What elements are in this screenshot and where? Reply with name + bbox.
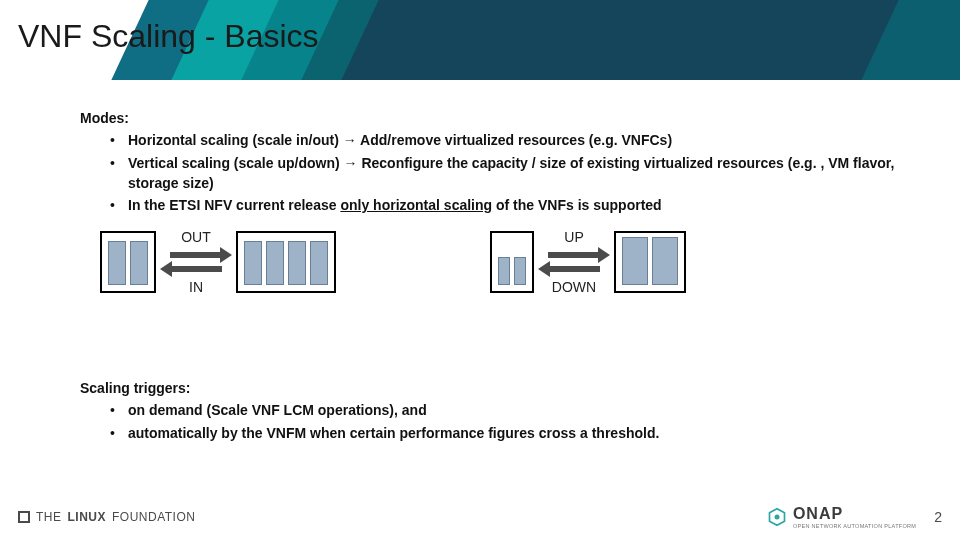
hexagon-icon	[767, 507, 787, 527]
page-title: VNF Scaling - Basics	[18, 18, 319, 55]
vnf-box-before	[490, 231, 534, 293]
in-label: IN	[189, 280, 203, 294]
page-number: 2	[934, 509, 942, 525]
linux-foundation-logo: THE LINUX FOUNDATION	[18, 510, 195, 524]
vnf-box-after	[614, 231, 686, 293]
triggers-section: Scaling triggers: on demand (Scale VNF L…	[80, 378, 920, 445]
vnfc-bar	[652, 237, 678, 285]
list-item: on demand (Scale VNF LCM operations), an…	[110, 400, 920, 420]
mode-underline: only horizontal scaling	[340, 197, 492, 213]
arrow-column: UP DOWN	[542, 230, 606, 294]
vnfc-bar	[108, 241, 126, 285]
mode-name: Horizontal scaling (scale in/out)	[128, 132, 343, 148]
arrow-column: OUT IN	[164, 230, 228, 294]
down-label: DOWN	[552, 280, 596, 294]
slide: VNF Scaling - Basics Modes: Horizontal s…	[0, 0, 960, 540]
vnfc-bar	[288, 241, 306, 285]
onap-brand: ONAP	[793, 505, 916, 523]
arrow-right-icon	[548, 252, 600, 258]
triggers-heading: Scaling triggers:	[80, 378, 920, 398]
list-item: Vertical scaling (scale up/down) → Recon…	[110, 153, 920, 194]
footer-right: ONAP OPEN NETWORK AUTOMATION PLATFORM 2	[767, 505, 942, 529]
trigger-text: on demand (Scale VNF LCM operations), an…	[128, 402, 427, 418]
scaling-diagrams: OUT IN UP DOWN	[100, 230, 880, 340]
list-item: In the ETSI NFV current release only hor…	[110, 195, 920, 215]
footer-text-foundation: FOUNDATION	[112, 510, 195, 524]
vnfc-bar	[310, 241, 328, 285]
footer-text-the: THE	[36, 510, 62, 524]
banner-stripe	[861, 0, 960, 80]
vertical-scaling-diagram: UP DOWN	[490, 230, 686, 294]
triggers-list: on demand (Scale VNF LCM operations), an…	[110, 400, 920, 443]
arrow-right-icon	[170, 252, 222, 258]
arrow-left-icon	[548, 266, 600, 272]
svg-point-1	[774, 515, 779, 520]
onap-subtitle: OPEN NETWORK AUTOMATION PLATFORM	[793, 523, 916, 529]
arrow-icon: →	[344, 155, 358, 171]
vnfc-bar	[244, 241, 262, 285]
vnfc-bar	[514, 257, 526, 285]
list-item: Horizontal scaling (scale in/out) → Add/…	[110, 130, 920, 150]
arrow-left-icon	[170, 266, 222, 272]
mode-text-b: of the VNFs is supported	[492, 197, 662, 213]
modes-list: Horizontal scaling (scale in/out) → Add/…	[110, 130, 920, 215]
mode-text-a: In the ETSI NFV current release	[128, 197, 340, 213]
vnfc-bar	[130, 241, 148, 285]
footer-text-linux: LINUX	[68, 510, 107, 524]
footer: THE LINUX FOUNDATION ONAP OPEN NETWORK A…	[0, 494, 960, 540]
vnfc-bar	[266, 241, 284, 285]
list-item: automatically by the VNFM when certain p…	[110, 423, 920, 443]
onap-text: ONAP OPEN NETWORK AUTOMATION PLATFORM	[793, 505, 916, 529]
arrow-icon: →	[343, 132, 357, 148]
vnf-box-after	[236, 231, 336, 293]
vnfc-bar	[622, 237, 648, 285]
modes-heading: Modes:	[80, 108, 920, 128]
horizontal-scaling-diagram: OUT IN	[100, 230, 336, 294]
onap-logo: ONAP OPEN NETWORK AUTOMATION PLATFORM	[767, 505, 916, 529]
out-label: OUT	[181, 230, 211, 244]
trigger-text: automatically by the VNFM when certain p…	[128, 425, 659, 441]
modes-section: Modes: Horizontal scaling (scale in/out)…	[80, 108, 920, 217]
up-label: UP	[564, 230, 583, 244]
vnf-box-before	[100, 231, 156, 293]
mode-desc: Add/remove virtualized resources (e.g. V…	[357, 132, 672, 148]
vnfc-bar	[498, 257, 510, 285]
title-banner: VNF Scaling - Basics	[0, 0, 960, 80]
mode-name: Vertical scaling (scale up/down)	[128, 155, 344, 171]
square-icon	[18, 511, 30, 523]
